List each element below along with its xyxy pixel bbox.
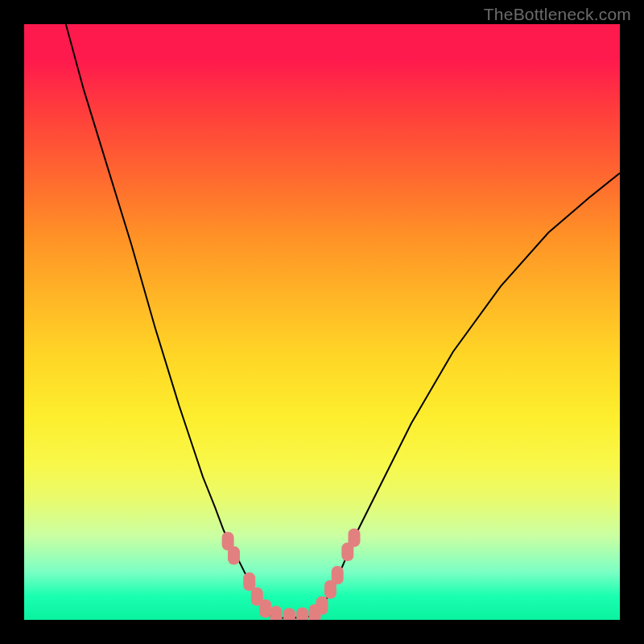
data-marker <box>332 566 344 584</box>
curve-right <box>313 173 620 617</box>
data-marker <box>243 572 255 591</box>
data-marker <box>316 597 328 615</box>
chart-svg <box>24 24 620 620</box>
data-marker <box>228 547 240 565</box>
chart-frame: TheBottleneck.com <box>0 0 644 644</box>
data-marker <box>270 606 283 620</box>
marker-group <box>222 528 361 620</box>
plot-area <box>24 24 620 620</box>
data-marker <box>283 608 295 620</box>
data-marker <box>259 599 271 617</box>
data-marker <box>296 607 308 620</box>
curve-left <box>66 24 271 617</box>
data-marker <box>349 528 361 547</box>
watermark-text: TheBottleneck.com <box>484 5 631 24</box>
